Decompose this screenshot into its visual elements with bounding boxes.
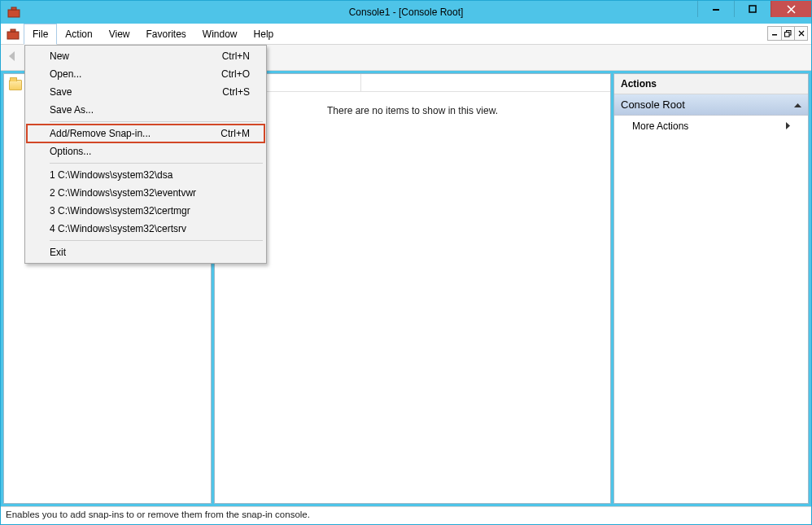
menu-item-label: Save As... <box>50 104 94 116</box>
menu-view[interactable]: View <box>101 24 138 44</box>
menu-separator <box>50 240 263 241</box>
empty-message: There are no items to show in this view. <box>215 92 610 503</box>
menu-item-add-remove-snapin[interactable]: Add/Remove Snap-in... Ctrl+M <box>27 125 264 142</box>
menu-item-label: 1 C:\Windows\system32\dsa <box>50 169 172 181</box>
mdi-restore-button[interactable] <box>781 27 794 40</box>
menu-item-label: Open... <box>50 68 81 80</box>
back-button[interactable] <box>6 49 20 66</box>
svg-rect-4 <box>7 32 19 39</box>
collapse-icon <box>794 98 801 111</box>
more-actions-link[interactable]: More Actions <box>614 116 808 137</box>
more-actions-label: More Actions <box>632 120 688 132</box>
svg-rect-6 <box>772 34 777 36</box>
menu-file[interactable]: File <box>24 24 57 45</box>
menu-item-label: 4 C:\Windows\system32\certsrv <box>50 223 186 234</box>
menu-item-shortcut: Ctrl+N <box>222 50 250 62</box>
menu-item-shortcut: Ctrl+O <box>221 68 250 80</box>
menu-item-label: Add/Remove Snap-in... <box>50 128 151 139</box>
svg-rect-0 <box>8 10 20 17</box>
menu-item-label: 2 C:\Windows\system32\eventvwr <box>50 187 196 199</box>
menu-item-label: Save <box>50 86 72 98</box>
menu-item-shortcut: Ctrl+M <box>220 128 250 139</box>
file-menu-dropdown: New Ctrl+N Open... Ctrl+O Save Ctrl+S Sa… <box>24 45 267 264</box>
mdi-controls <box>767 26 808 41</box>
mmc-icon <box>4 24 22 44</box>
menu-separator <box>50 121 263 122</box>
menu-item-new[interactable]: New Ctrl+N <box>27 47 264 65</box>
menu-item-recent-2[interactable]: 2 C:\Windows\system32\eventvwr <box>27 184 264 202</box>
svg-rect-5 <box>11 29 15 32</box>
menu-window[interactable]: Window <box>194 24 246 44</box>
statusbar-text: Enables you to add snap-ins to or remove… <box>6 510 310 519</box>
actions-pane-title: Actions <box>614 74 808 94</box>
menu-item-label: 3 C:\Windows\system32\certmgr <box>50 205 190 217</box>
menu-item-label: Exit <box>50 247 66 258</box>
statusbar: Enables you to add snap-ins to or remove… <box>1 506 811 524</box>
menu-item-label: Options... <box>50 146 91 157</box>
app-icon <box>6 4 22 20</box>
actions-pane: Actions Console Root More Actions <box>613 73 809 504</box>
menu-item-recent-3[interactable]: 3 C:\Windows\system32\certmgr <box>27 202 264 220</box>
close-button[interactable] <box>771 1 811 17</box>
mdi-minimize-button[interactable] <box>768 27 781 40</box>
menu-item-save-as[interactable]: Save As... <box>27 101 264 119</box>
svg-rect-1 <box>11 7 16 10</box>
svg-rect-3 <box>749 6 756 12</box>
menu-separator <box>50 163 263 164</box>
menu-item-save[interactable]: Save Ctrl+S <box>27 83 264 101</box>
menubar: File Action View Favorites Window Help <box>1 24 811 45</box>
menu-item-recent-4[interactable]: 4 C:\Windows\system32\certsrv <box>27 220 264 238</box>
menu-item-label: New <box>50 50 69 62</box>
menu-item-recent-1[interactable]: 1 C:\Windows\system32\dsa <box>27 166 264 184</box>
main-pane[interactable]: There are no items to show in this view. <box>214 73 611 504</box>
window-controls <box>697 1 811 24</box>
actions-section-header[interactable]: Console Root <box>614 94 808 116</box>
chevron-right-icon <box>786 120 790 132</box>
maximize-button[interactable] <box>734 1 771 17</box>
folder-icon <box>9 80 22 90</box>
menu-item-open[interactable]: Open... Ctrl+O <box>27 65 264 83</box>
menu-action[interactable]: Action <box>57 24 100 44</box>
menu-item-exit[interactable]: Exit <box>27 243 264 261</box>
menu-item-shortcut: Ctrl+S <box>222 86 250 98</box>
list-header[interactable] <box>215 74 610 92</box>
actions-section-label: Console Root <box>621 98 685 111</box>
menu-help[interactable]: Help <box>246 24 282 44</box>
window-title: Console1 - [Console Root] <box>1 7 811 18</box>
menu-item-options[interactable]: Options... <box>27 142 264 160</box>
svg-rect-2 <box>713 9 719 11</box>
titlebar[interactable]: Console1 - [Console Root] <box>1 1 811 24</box>
mdi-close-button[interactable] <box>794 27 807 40</box>
minimize-button[interactable] <box>697 1 734 17</box>
menu-favorites[interactable]: Favorites <box>138 24 194 44</box>
svg-rect-8 <box>785 32 790 37</box>
